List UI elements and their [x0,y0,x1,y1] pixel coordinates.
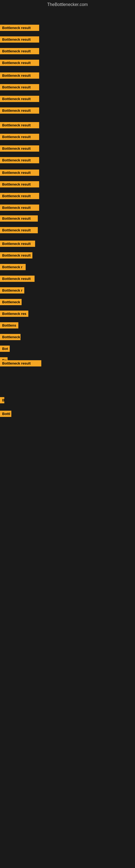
bottleneck-result-item: Bottleneck result [0,181,39,187]
bottleneck-result-item: Bottleneck result [0,157,39,163]
site-title: TheBottlenecker.com [0,0,135,9]
bottleneck-result-item: Bot [0,346,10,352]
bottleneck-result-item: Bottleneck result [0,252,32,258]
site-title-text: TheBottlenecker.com [47,2,88,7]
bottleneck-result-item: Bottleneck r [0,287,24,293]
bottleneck-result-item: Bottleneck result [0,169,39,176]
bottleneck-result-item: Bottl [0,411,11,417]
bottleneck-result-item: Bottleneck result [0,241,35,247]
bottleneck-result-item: Bottleneck result [0,25,39,31]
bottleneck-result-item: Bottleneck result [0,276,35,282]
bottleneck-result-item: Bottleneck result [0,205,39,211]
bottleneck-result-item: Bottleneck result [0,134,39,140]
bottleneck-result-item: Bottleneck result [0,84,39,90]
bottleneck-result-item: Bottleneck result [0,96,39,102]
bottleneck-result-item: Bottlens [0,322,18,329]
bottleneck-result-item: Bottleneck result [0,36,39,42]
bottleneck-result-item: Bottleneck result [0,360,41,367]
bottleneck-result-item: Bottleneck result [0,215,38,222]
bottleneck-result-item: Bottleneck res [0,311,28,317]
bottleneck-result-item: Bottleneck [0,334,20,340]
bottleneck-result-item: Bottleneck result [0,48,39,54]
bottleneck-result-item: Bottleneck r [0,264,26,270]
bottleneck-result-item: B [0,397,4,403]
bottleneck-result-item: Bottleneck result [0,193,39,199]
bottleneck-result-item: Bottleneck result [0,60,39,66]
bottleneck-result-item: Bottleneck result [0,72,39,79]
bottleneck-result-item: Bottleneck result [0,122,39,128]
bottleneck-result-item: Bottleneck result [0,227,38,233]
bottleneck-result-item: Bottleneck result [0,145,39,152]
bottleneck-result-item: Bottleneck [0,299,21,305]
bottleneck-result-item: Bottleneck result [0,107,39,114]
